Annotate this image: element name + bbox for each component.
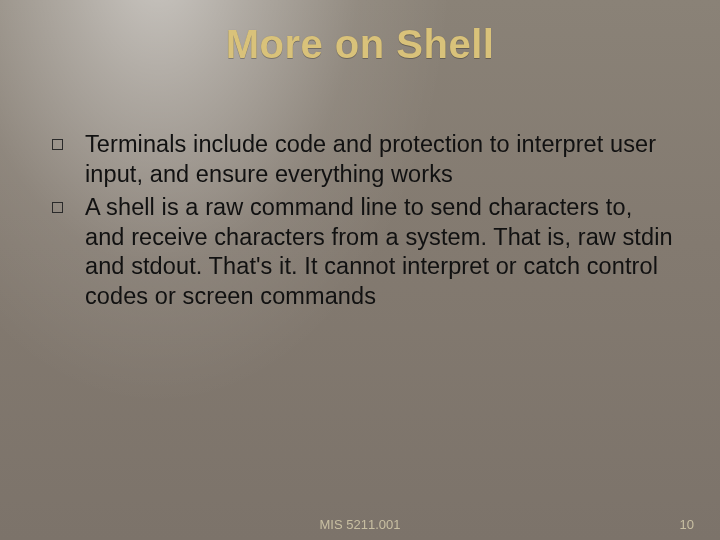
list-item: A shell is a raw command line to send ch… — [52, 193, 678, 311]
slide: More on Shell Terminals include code and… — [0, 0, 720, 540]
bullet-text: Terminals include code and protection to… — [85, 130, 678, 189]
footer-page-number: 10 — [680, 517, 694, 532]
footer-course-code: MIS 5211.001 — [320, 517, 401, 532]
bullet-list: Terminals include code and protection to… — [52, 130, 678, 316]
bullet-icon — [52, 202, 63, 213]
bullet-icon — [52, 139, 63, 150]
list-item: Terminals include code and protection to… — [52, 130, 678, 189]
bullet-text: A shell is a raw command line to send ch… — [85, 193, 678, 311]
slide-title: More on Shell — [0, 22, 720, 67]
